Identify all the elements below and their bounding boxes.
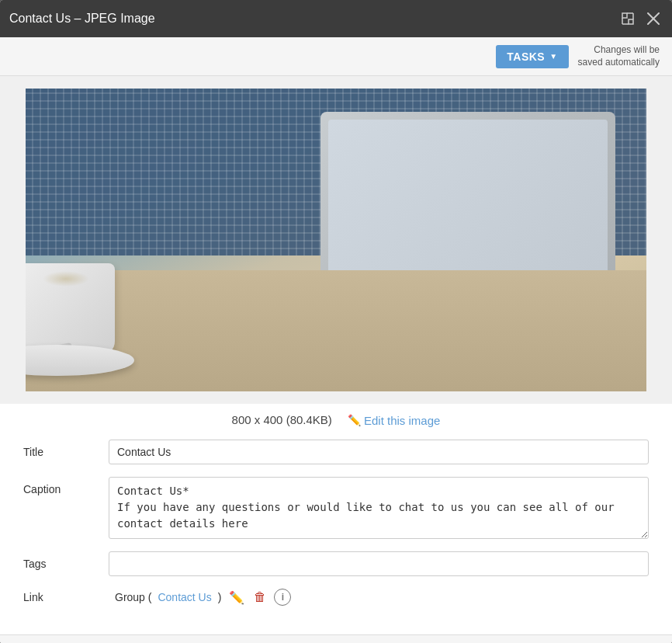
modal-container: Contact Us – JPEG Image bbox=[0, 0, 672, 643]
preview-image bbox=[26, 89, 646, 391]
link-content: Group ( Contact Us ) ✏️ 🗑 i bbox=[115, 589, 291, 607]
edit-image-link[interactable]: ✏️ Edit this image bbox=[348, 414, 440, 427]
pencil-icon: ✏️ bbox=[348, 414, 361, 426]
cup-stain bbox=[43, 271, 89, 287]
fields-section: Title Caption Contact Us* If you have an… bbox=[0, 433, 672, 634]
caption-field-row: Caption Contact Us* If you have any ques… bbox=[23, 477, 649, 539]
info-icon: i bbox=[282, 592, 284, 603]
caption-textarea[interactable]: Contact Us* If you have any questions or… bbox=[109, 477, 649, 539]
link-edit-button[interactable]: ✏️ bbox=[227, 589, 246, 607]
expand-button[interactable] bbox=[618, 9, 638, 29]
title-bar-left: Contact Us – JPEG Image bbox=[9, 12, 155, 26]
coffee-cup bbox=[26, 263, 115, 356]
link-edit-pencil-icon: ✏️ bbox=[229, 590, 244, 605]
tasks-label: TASKS bbox=[507, 50, 545, 63]
link-group-suffix: ) bbox=[218, 591, 222, 603]
title-label: Title bbox=[23, 440, 109, 458]
image-dimensions: 800 x 400 (80.4KB) bbox=[232, 413, 332, 426]
link-group-prefix: Group ( bbox=[115, 591, 151, 603]
title-bar-right bbox=[618, 9, 663, 29]
window-title: Contact Us – JPEG Image bbox=[9, 12, 155, 26]
link-info-button[interactable]: i bbox=[274, 589, 291, 606]
link-label: Link bbox=[23, 591, 109, 603]
caption-label: Caption bbox=[23, 477, 109, 495]
svg-rect-1 bbox=[629, 19, 633, 24]
link-delete-button[interactable]: 🗑 bbox=[252, 589, 268, 606]
edit-image-label: Edit this image bbox=[364, 414, 440, 427]
chevron-down-icon: ▼ bbox=[549, 52, 557, 61]
auto-save-notice: Changes will be saved automatically bbox=[578, 44, 660, 68]
title-bar: Contact Us – JPEG Image bbox=[0, 0, 672, 37]
tags-input[interactable] bbox=[109, 551, 649, 576]
close-button[interactable] bbox=[644, 9, 663, 28]
bottom-bar bbox=[0, 634, 672, 644]
image-meta: 800 x 400 (80.4KB) ✏️ Edit this image bbox=[0, 404, 672, 433]
link-group-link[interactable]: Contact Us bbox=[158, 591, 211, 603]
link-field-row: Link Group ( Contact Us ) ✏️ 🗑 i bbox=[23, 589, 649, 607]
trash-icon: 🗑 bbox=[254, 590, 266, 604]
toolbar: TASKS ▼ Changes will be saved automatica… bbox=[0, 37, 672, 76]
tasks-button[interactable]: TASKS ▼ bbox=[496, 45, 568, 68]
close-icon bbox=[647, 12, 660, 25]
svg-rect-0 bbox=[622, 13, 627, 18]
expand-icon bbox=[621, 12, 635, 26]
tags-label: Tags bbox=[23, 551, 109, 570]
image-scene bbox=[26, 89, 646, 391]
title-field-row: Title bbox=[23, 440, 649, 464]
title-input[interactable] bbox=[109, 440, 649, 464]
table-surface bbox=[26, 270, 646, 391]
link-group-text: Contact Us bbox=[158, 591, 211, 603]
tags-field-row: Tags bbox=[23, 551, 649, 576]
image-preview-container bbox=[0, 76, 672, 404]
